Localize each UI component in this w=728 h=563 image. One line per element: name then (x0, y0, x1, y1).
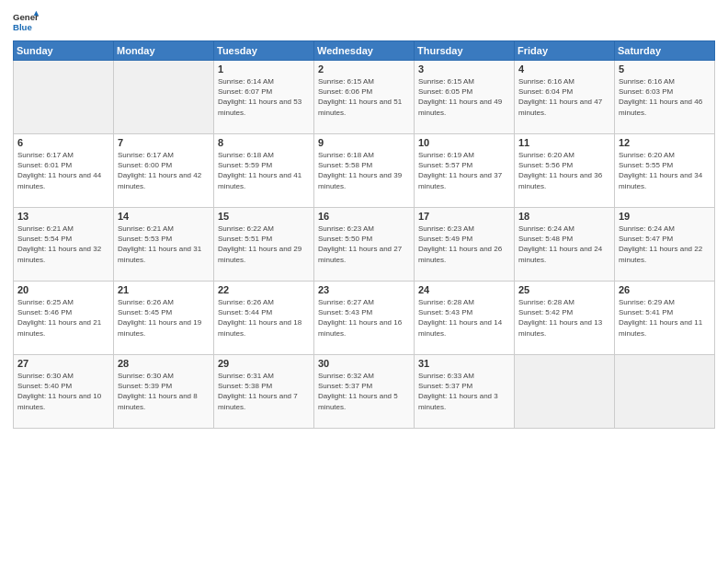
calendar-cell: 28Sunrise: 6:30 AM Sunset: 5:39 PM Dayli… (114, 355, 214, 429)
weekday-header: Wednesday (314, 41, 415, 61)
weekday-header: Sunday (14, 41, 114, 61)
day-number: 13 (17, 211, 109, 222)
calendar-cell: 18Sunrise: 6:24 AM Sunset: 5:48 PM Dayli… (515, 208, 615, 282)
calendar-cell: 1Sunrise: 6:14 AM Sunset: 6:07 PM Daylig… (214, 61, 314, 134)
day-number: 8 (218, 137, 310, 148)
day-info: Sunrise: 6:27 AM Sunset: 5:43 PM Dayligh… (318, 297, 410, 339)
day-number: 1 (218, 63, 310, 75)
calendar-cell: 14Sunrise: 6:21 AM Sunset: 5:53 PM Dayli… (114, 208, 214, 282)
day-number: 2 (318, 63, 410, 75)
day-number: 24 (418, 284, 510, 295)
logo: General Blue (13, 9, 39, 35)
day-number: 17 (418, 211, 510, 222)
day-number: 29 (218, 358, 310, 369)
calendar-cell: 19Sunrise: 6:24 AM Sunset: 5:47 PM Dayli… (615, 208, 715, 282)
day-info: Sunrise: 6:22 AM Sunset: 5:51 PM Dayligh… (218, 224, 310, 265)
day-number: 26 (619, 284, 711, 295)
day-info: Sunrise: 6:20 AM Sunset: 5:55 PM Dayligh… (619, 150, 711, 191)
day-number: 19 (619, 211, 711, 222)
svg-text:General: General (13, 12, 39, 22)
weekday-header: Tuesday (214, 41, 314, 61)
calendar-cell: 22Sunrise: 6:26 AM Sunset: 5:44 PM Dayli… (214, 282, 314, 355)
svg-text:Blue: Blue (13, 22, 32, 32)
calendar-cell: 6Sunrise: 6:17 AM Sunset: 6:01 PM Daylig… (14, 134, 114, 208)
day-info: Sunrise: 6:21 AM Sunset: 5:54 PM Dayligh… (17, 224, 109, 265)
day-info: Sunrise: 6:30 AM Sunset: 5:40 PM Dayligh… (17, 371, 109, 412)
day-info: Sunrise: 6:28 AM Sunset: 5:42 PM Dayligh… (518, 297, 610, 339)
weekday-header: Thursday (415, 41, 515, 61)
day-number: 31 (418, 358, 510, 369)
day-info: Sunrise: 6:26 AM Sunset: 5:44 PM Dayligh… (218, 297, 310, 339)
calendar-cell: 29Sunrise: 6:31 AM Sunset: 5:38 PM Dayli… (214, 355, 314, 429)
day-info: Sunrise: 6:18 AM Sunset: 5:59 PM Dayligh… (218, 150, 310, 191)
calendar-table: SundayMondayTuesdayWednesdayThursdayFrid… (13, 40, 715, 429)
calendar-cell: 23Sunrise: 6:27 AM Sunset: 5:43 PM Dayli… (314, 282, 415, 355)
calendar-cell (615, 355, 715, 429)
day-number: 18 (518, 211, 610, 222)
day-number: 27 (17, 358, 109, 369)
day-number: 20 (17, 284, 109, 295)
day-number: 3 (418, 63, 510, 75)
day-info: Sunrise: 6:24 AM Sunset: 5:48 PM Dayligh… (518, 224, 610, 265)
day-number: 10 (418, 137, 510, 148)
weekday-header: Friday (515, 41, 615, 61)
calendar-cell: 26Sunrise: 6:29 AM Sunset: 5:41 PM Dayli… (615, 282, 715, 355)
day-number: 4 (518, 63, 610, 75)
day-number: 21 (118, 284, 210, 295)
calendar-cell: 31Sunrise: 6:33 AM Sunset: 5:37 PM Dayli… (415, 355, 515, 429)
day-info: Sunrise: 6:29 AM Sunset: 5:41 PM Dayligh… (619, 297, 711, 339)
day-info: Sunrise: 6:24 AM Sunset: 5:47 PM Dayligh… (619, 224, 711, 265)
day-number: 12 (619, 137, 711, 148)
weekday-header: Saturday (615, 41, 715, 61)
day-number: 28 (118, 358, 210, 369)
logo-icon: General Blue (13, 9, 39, 35)
day-number: 16 (318, 211, 410, 222)
calendar-cell: 13Sunrise: 6:21 AM Sunset: 5:54 PM Dayli… (14, 208, 114, 282)
calendar-cell: 9Sunrise: 6:18 AM Sunset: 5:58 PM Daylig… (314, 134, 415, 208)
day-info: Sunrise: 6:33 AM Sunset: 5:37 PM Dayligh… (418, 371, 510, 412)
day-info: Sunrise: 6:25 AM Sunset: 5:46 PM Dayligh… (17, 297, 109, 339)
day-number: 23 (318, 284, 410, 295)
day-info: Sunrise: 6:17 AM Sunset: 6:01 PM Dayligh… (17, 150, 109, 191)
calendar-cell: 17Sunrise: 6:23 AM Sunset: 5:49 PM Dayli… (415, 208, 515, 282)
calendar-cell: 2Sunrise: 6:15 AM Sunset: 6:06 PM Daylig… (314, 61, 415, 134)
day-info: Sunrise: 6:18 AM Sunset: 5:58 PM Dayligh… (318, 150, 410, 191)
day-number: 5 (619, 63, 711, 75)
day-info: Sunrise: 6:20 AM Sunset: 5:56 PM Dayligh… (518, 150, 610, 191)
day-info: Sunrise: 6:17 AM Sunset: 6:00 PM Dayligh… (118, 150, 210, 191)
day-number: 14 (118, 211, 210, 222)
day-info: Sunrise: 6:15 AM Sunset: 6:06 PM Dayligh… (318, 76, 410, 118)
calendar-cell (14, 61, 114, 134)
calendar-cell: 4Sunrise: 6:16 AM Sunset: 6:04 PM Daylig… (515, 61, 615, 134)
day-number: 6 (17, 137, 109, 148)
weekday-header: Monday (114, 41, 214, 61)
day-info: Sunrise: 6:28 AM Sunset: 5:43 PM Dayligh… (418, 297, 510, 339)
day-info: Sunrise: 6:31 AM Sunset: 5:38 PM Dayligh… (218, 371, 310, 412)
calendar-cell: 7Sunrise: 6:17 AM Sunset: 6:00 PM Daylig… (114, 134, 214, 208)
calendar-cell: 20Sunrise: 6:25 AM Sunset: 5:46 PM Dayli… (14, 282, 114, 355)
day-number: 30 (318, 358, 410, 369)
calendar-cell: 16Sunrise: 6:23 AM Sunset: 5:50 PM Dayli… (314, 208, 415, 282)
page-header: General Blue (13, 9, 715, 35)
calendar-cell: 8Sunrise: 6:18 AM Sunset: 5:59 PM Daylig… (214, 134, 314, 208)
day-info: Sunrise: 6:26 AM Sunset: 5:45 PM Dayligh… (118, 297, 210, 339)
day-info: Sunrise: 6:32 AM Sunset: 5:37 PM Dayligh… (318, 371, 410, 412)
calendar-cell: 25Sunrise: 6:28 AM Sunset: 5:42 PM Dayli… (515, 282, 615, 355)
calendar-cell (515, 355, 615, 429)
calendar-cell: 10Sunrise: 6:19 AM Sunset: 5:57 PM Dayli… (415, 134, 515, 208)
day-number: 15 (218, 211, 310, 222)
day-info: Sunrise: 6:23 AM Sunset: 5:50 PM Dayligh… (318, 224, 410, 265)
day-info: Sunrise: 6:30 AM Sunset: 5:39 PM Dayligh… (118, 371, 210, 412)
calendar-cell: 3Sunrise: 6:15 AM Sunset: 6:05 PM Daylig… (415, 61, 515, 134)
day-info: Sunrise: 6:23 AM Sunset: 5:49 PM Dayligh… (418, 224, 510, 265)
calendar-cell: 24Sunrise: 6:28 AM Sunset: 5:43 PM Dayli… (415, 282, 515, 355)
day-number: 22 (218, 284, 310, 295)
calendar-cell (114, 61, 214, 134)
calendar-cell: 15Sunrise: 6:22 AM Sunset: 5:51 PM Dayli… (214, 208, 314, 282)
calendar-cell: 12Sunrise: 6:20 AM Sunset: 5:55 PM Dayli… (615, 134, 715, 208)
day-info: Sunrise: 6:19 AM Sunset: 5:57 PM Dayligh… (418, 150, 510, 191)
day-number: 9 (318, 137, 410, 148)
day-info: Sunrise: 6:21 AM Sunset: 5:53 PM Dayligh… (118, 224, 210, 265)
calendar-cell: 27Sunrise: 6:30 AM Sunset: 5:40 PM Dayli… (14, 355, 114, 429)
day-number: 7 (118, 137, 210, 148)
